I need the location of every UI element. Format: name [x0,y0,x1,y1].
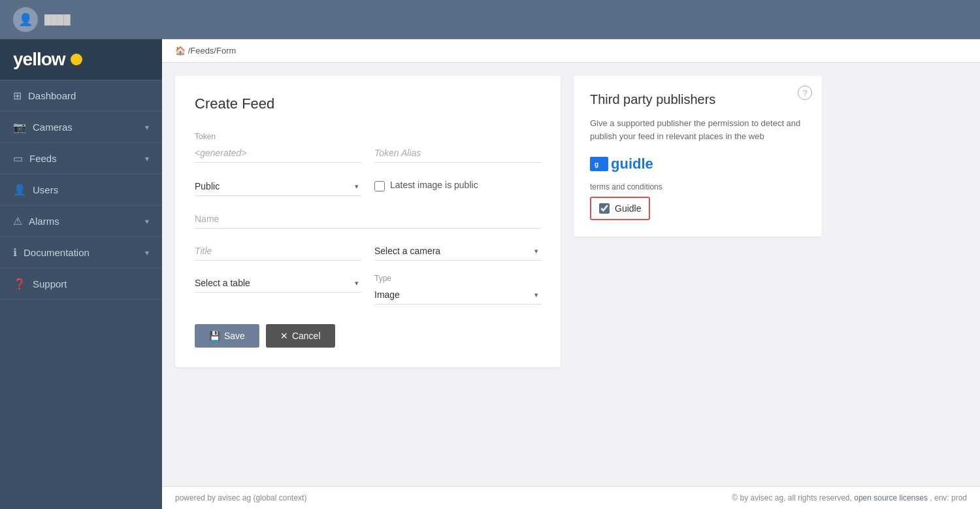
type-select[interactable]: Image [374,286,541,304]
chevron-down-icon: ▾ [145,248,149,257]
home-icon: 🏠 [175,46,186,56]
publishers-card: ? Third party publishers Give a supporte… [574,76,822,237]
dashboard-icon: ⊞ [13,90,22,102]
sidebar-item-alarms[interactable]: ⚠ Alarms ▾ [0,206,162,237]
content-area: 🏠 /Feeds/Form Create Feed Token [162,39,980,509]
select-table-select[interactable]: Select a table [195,274,361,292]
latest-image-field: Latest image is public [374,176,541,197]
main-content: Create Feed Token [162,63,980,486]
visibility-select[interactable]: Public Private [195,177,361,195]
guidle-icon: g [590,157,608,171]
sidebar-item-dashboard[interactable]: ⊞ Dashboard [0,80,162,112]
create-feed-title: Create Feed [195,95,541,112]
breadcrumb: 🏠 /Feeds/Form [162,39,980,63]
select-table-field: Select a table ▾ [195,274,361,304]
select-camera-field: Select a camera ▾ [374,242,541,261]
cancel-icon: ✕ [280,331,288,341]
camera-icon: 📷 [13,121,26,133]
name-input[interactable] [195,210,541,229]
title-camera-row: Select a camera ▾ [195,242,541,261]
footer: powered by avisec ag (global context) © … [162,486,980,509]
token-alias-field [374,132,541,163]
sidebar-item-label: Feeds [29,153,57,164]
chevron-down-icon: ▾ [145,217,149,226]
title-field [195,242,361,261]
guidle-checkbox[interactable] [599,203,610,214]
token-label: Token [195,132,361,141]
sidebar-item-label: Documentation [24,247,90,258]
sidebar-item-label: Support [33,278,67,289]
sidebar-item-documentation[interactable]: ℹ Documentation ▾ [0,237,162,269]
sidebar: yellow ⊞ Dashboard 📷 Cameras ▾ ▭ Feeds ▾ [0,39,162,509]
visibility-select-wrapper: Public Private ▾ [195,177,361,196]
create-feed-card: Create Feed Token [175,76,561,367]
name-field-wrapper [195,210,541,229]
feeds-icon: ▭ [13,152,23,165]
type-field: Type Image ▾ [374,274,541,304]
sidebar-item-label: Dashboard [28,90,76,101]
copyright-text: © by avisec ag, all rights reserved, [732,493,852,502]
guidle-logo: g guidle [590,156,806,172]
sidebar-item-label: Users [33,184,58,195]
sidebar-item-label: Alarms [29,216,59,227]
sidebar-logo: yellow [0,39,162,80]
help-icon[interactable]: ? [798,86,812,100]
sidebar-item-feeds[interactable]: ▭ Feeds ▾ [0,143,162,174]
alarms-icon: ⚠ [13,215,22,227]
sidebar-item-support[interactable]: ❓ Support [0,269,162,300]
top-header: 👤 ████ [0,0,980,39]
save-button[interactable]: 💾 Save [195,324,259,348]
sidebar-item-users[interactable]: 👤 Users [0,174,162,206]
save-label: Save [224,331,245,341]
sidebar-item-cameras[interactable]: 📷 Cameras ▾ [0,112,162,143]
latest-image-checkbox[interactable] [374,181,385,191]
guidle-name: guidle [611,156,653,172]
title-input[interactable] [195,242,361,261]
visibility-row: Public Private ▾ Latest image is public [195,176,541,197]
logo-dot [71,54,82,65]
type-label: Type [374,274,541,283]
user-icon: 👤 [13,184,26,196]
chevron-down-icon: ▾ [145,154,149,163]
open-source-link[interactable]: open source licenses [854,493,928,502]
guidle-checkbox-label[interactable]: Guidle [615,203,641,214]
env-text: , env: prod [930,493,967,502]
select-camera-wrapper: Select a camera ▾ [374,242,541,261]
logo-text: yellow [13,49,65,70]
select-table-wrapper: Select a table ▾ [195,274,361,293]
publishers-title: Third party publishers [590,92,806,107]
visibility-field: Public Private ▾ [195,177,361,196]
latest-image-label[interactable]: Latest image is public [390,180,478,190]
avatar: 👤 [13,7,38,32]
save-icon: 💾 [209,331,220,341]
table-type-row: Select a table ▾ Type Image ▾ [195,274,541,304]
token-alias-input[interactable] [374,144,541,163]
sidebar-item-label: Cameras [33,122,73,133]
footer-right: © by avisec ag, all rights reserved, ope… [732,493,967,502]
cancel-button[interactable]: ✕ Cancel [266,324,335,348]
token-field: Token [195,132,361,163]
publishers-description: Give a supported publisher the permissio… [590,117,806,142]
support-icon: ❓ [13,278,26,290]
svg-text:g: g [595,161,598,168]
guidle-checkbox-row: Guidle [590,197,650,220]
terms-label: terms and conditions [590,182,806,191]
token-row: Token [195,132,541,163]
cancel-label: Cancel [292,331,321,341]
footer-left: powered by avisec ag (global context) [175,493,306,502]
username: ████ [44,14,71,25]
chevron-down-icon: ▾ [145,123,149,132]
button-row: 💾 Save ✕ Cancel [195,324,541,348]
breadcrumb-path: /Feeds/Form [188,46,237,56]
type-select-wrapper: Image ▾ [374,286,541,304]
info-icon: ℹ [13,246,17,259]
latest-image-checkbox-row: Latest image is public [374,176,541,197]
token-input[interactable] [195,144,361,163]
select-camera-select[interactable]: Select a camera [374,242,541,260]
